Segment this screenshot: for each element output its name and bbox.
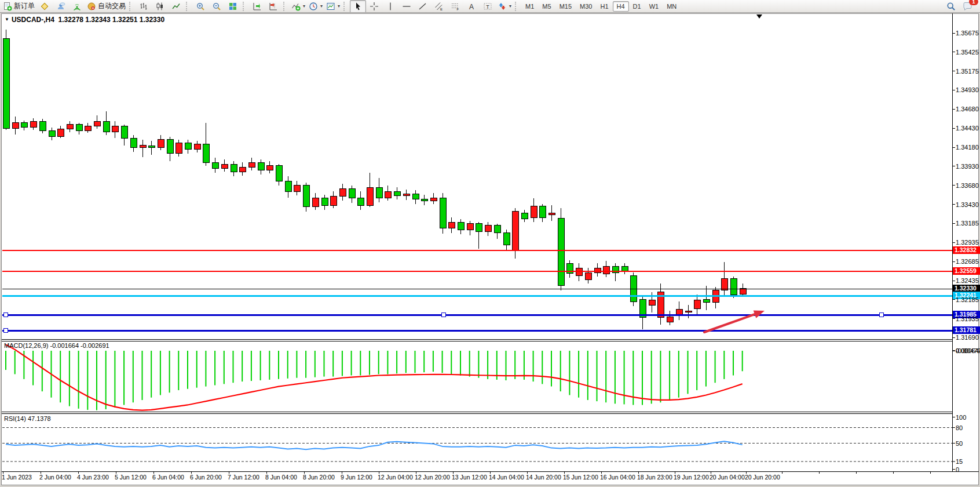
time-label: 4 Jun 23:00 <box>77 474 109 481</box>
time-label: 20 Jun 20:00 <box>745 474 780 481</box>
time-label: 2 Jun 04:00 <box>39 474 71 481</box>
rsi-axis-label-0: 0 <box>956 466 959 473</box>
time-label: 14 Jun 04:00 <box>489 474 524 481</box>
mt4-terminal: 新订单 自动交易 <box>0 0 980 487</box>
time-label: 12 Jun 04:00 <box>378 474 413 481</box>
time-label: 8 Jun 20:00 <box>303 474 335 481</box>
price-tick-1.32435: 1.32435 <box>956 277 979 284</box>
price-tick-1.34180: 1.34180 <box>956 144 979 151</box>
price-tick-1.34680: 1.34680 <box>956 106 979 112</box>
time-label: 6 Jun 20:00 <box>190 474 222 481</box>
price-tick-1.32185: 1.32185 <box>956 296 979 303</box>
price-tag-1.31781: 1.31781 <box>953 326 980 334</box>
time-label: 6 Jun 04:00 <box>152 474 184 481</box>
price-tick-1.35425: 1.35425 <box>956 49 979 56</box>
time-label: 16 Jun 04:00 <box>600 474 635 481</box>
support-line-2[interactable] <box>2 329 952 333</box>
rsi-axis-label-50: 50 <box>956 440 963 447</box>
price-tick-1.35175: 1.35175 <box>956 68 979 75</box>
symbol-dropdown-icon[interactable]: ▼ <box>5 17 9 22</box>
line-handle[interactable] <box>442 313 446 317</box>
time-label: 7 Jun 12:00 <box>228 474 259 481</box>
chart-symbol-period: USDCAD-,H4 <box>12 16 54 24</box>
panel-divider[interactable] <box>2 412 952 414</box>
rsi-axis-label-80: 80 <box>956 424 963 431</box>
chart-quote: 1.32278 1.32343 1.32251 1.32330 <box>58 16 165 24</box>
time-label: 1 Jun 2023 <box>2 474 32 481</box>
rsi-line <box>6 441 743 449</box>
chart-shift-marker[interactable] <box>756 14 762 19</box>
price-axis-border <box>952 13 953 471</box>
time-label: 13 Jun 12:00 <box>452 474 487 481</box>
time-label: 9 Jun 12:00 <box>341 474 372 481</box>
price-tag-1.32832: 1.32832 <box>953 246 980 254</box>
time-label: 14 Jun 20:00 <box>526 474 561 481</box>
rsi-indicator-label: RSI(14) 47.1378 <box>4 415 51 422</box>
macd-axis-label--0.004708: -0.004708 <box>956 347 980 354</box>
price-tick-1.34430: 1.34430 <box>956 125 979 132</box>
time-label: 18 Jun 23:00 <box>637 474 672 481</box>
trend-arrow[interactable] <box>704 310 765 332</box>
candlestick-series <box>3 30 746 329</box>
rsi-axis-label-15: 15 <box>956 458 963 465</box>
time-label: 5 Jun 12:00 <box>115 474 147 481</box>
rsi-axis-label-100: 100 <box>956 414 966 421</box>
time-label: 19 Jun 12:00 <box>674 474 709 481</box>
line-handle[interactable] <box>4 313 8 317</box>
price-tick-1.33430: 1.33430 <box>956 201 979 208</box>
chart-canvas[interactable] <box>0 0 980 487</box>
price-tick-1.31935: 1.31935 <box>956 315 979 322</box>
time-label: 12 Jun 20:00 <box>415 474 450 481</box>
price-tick-1.33185: 1.33185 <box>956 220 979 227</box>
support-line-1[interactable] <box>2 313 952 317</box>
chart-title: ▼USDCAD-,H4 1.32278 1.32343 1.32251 1.32… <box>5 16 164 24</box>
price-tick-1.35675: 1.35675 <box>956 30 979 37</box>
line-handle[interactable] <box>880 313 884 317</box>
price-tick-1.34930: 1.34930 <box>956 86 979 93</box>
price-tick-1.32685: 1.32685 <box>956 258 979 265</box>
price-tick-1.31690: 1.31690 <box>956 334 979 341</box>
price-tick-1.33930: 1.33930 <box>956 163 979 170</box>
line-handle[interactable] <box>4 329 8 333</box>
price-tick-1.32935: 1.32935 <box>956 239 979 246</box>
time-label: 8 Jun 04:00 <box>265 474 297 481</box>
price-tick-1.33680: 1.33680 <box>956 182 979 189</box>
time-label: 15 Jun 12:00 <box>563 474 598 481</box>
macd-histogram <box>6 351 743 410</box>
panel-divider[interactable] <box>2 339 952 341</box>
macd-signal-line <box>6 344 743 410</box>
price-tag-1.32559: 1.32559 <box>953 267 980 275</box>
time-label: 20 Jun 04:00 <box>710 474 745 481</box>
time-axis-border <box>2 471 979 472</box>
macd-indicator-label: MACD(12,26,9) -0.001664 -0.002691 <box>4 342 109 349</box>
